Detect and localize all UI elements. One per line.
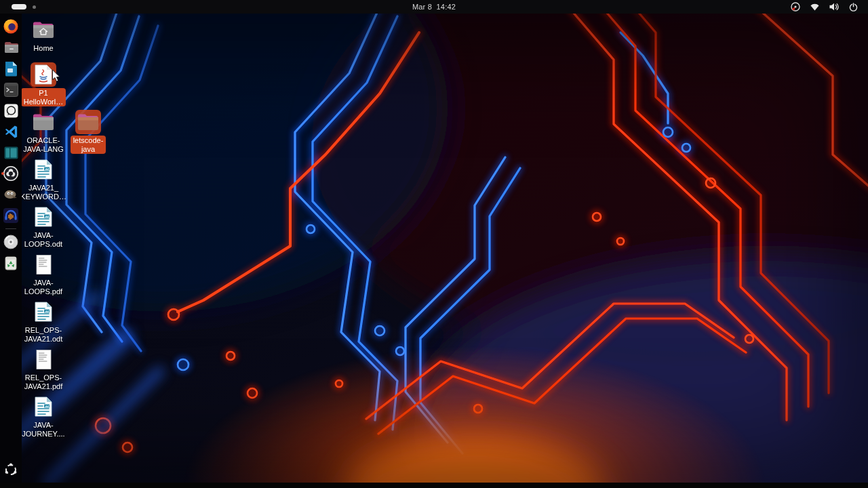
system-tray[interactable] bbox=[790, 0, 859, 14]
optical-disc-icon bbox=[3, 234, 19, 250]
show-applications-icon bbox=[3, 462, 18, 477]
active-workspace-pill bbox=[12, 4, 26, 9]
bottom-letterbox bbox=[0, 483, 868, 488]
teal-panels-app-icon bbox=[3, 145, 19, 161]
dock bbox=[0, 14, 22, 483]
desktop-icon-label: Home bbox=[31, 43, 56, 54]
workspace-dot bbox=[33, 5, 36, 9]
desktop-icon-label: JAVA- LOOPS.pdf bbox=[22, 278, 65, 296]
odt-document-icon bbox=[31, 300, 56, 324]
power-icon[interactable] bbox=[848, 2, 859, 12]
desktop-icon-label: JAVA21_ KEYWORD… bbox=[18, 183, 69, 201]
workspace-indicator[interactable] bbox=[12, 0, 36, 14]
dock-item-file-manager[interactable] bbox=[2, 39, 20, 56]
desktop-icon-java-loops-pdf[interactable]: JAVA- LOOPS.pdf bbox=[20, 252, 66, 296]
desktop-wallpaper bbox=[0, 14, 868, 483]
wifi-icon[interactable] bbox=[810, 2, 820, 12]
dock-item-terminal[interactable] bbox=[2, 81, 20, 98]
desktop-icon-rel-ops-java21-odt[interactable]: REL_OPS- JAVA21.odt bbox=[20, 300, 66, 344]
desktop-icon-rel-ops-java21-pdf[interactable]: REL_OPS- JAVA21.pdf bbox=[20, 347, 66, 391]
running-indicator bbox=[1, 172, 4, 175]
gimp-icon bbox=[3, 187, 19, 202]
audacity-icon bbox=[3, 207, 19, 224]
terminal-icon bbox=[3, 82, 19, 98]
trash-icon bbox=[3, 255, 18, 271]
desktop-icon-label: P1 HelloWorl… bbox=[21, 88, 66, 106]
recorder-indicator-icon[interactable] bbox=[790, 1, 801, 12]
dock-item-optical-disc[interactable] bbox=[2, 233, 20, 251]
desktop-icon-java-journey[interactable]: JAVA- JOURNEY.... bbox=[20, 394, 66, 439]
home-folder-icon bbox=[31, 18, 56, 42]
dock-divider bbox=[5, 228, 16, 229]
desktop-icon-java-loops-odt[interactable]: JAVA- LOOPS.odt bbox=[20, 205, 66, 249]
dock-item-chat-app[interactable] bbox=[2, 102, 20, 119]
desktop-icon-label: REL_OPS- JAVA21.pdf bbox=[22, 373, 65, 391]
odt-document-icon bbox=[31, 157, 56, 182]
firefox-icon bbox=[3, 18, 19, 35]
obs-studio-icon bbox=[3, 165, 19, 182]
clock[interactable]: Mar 8 14:42 bbox=[0, 0, 868, 14]
circuit-wallpaper-art bbox=[0, 14, 868, 483]
desktop-icon-oracle-java-lang[interactable]: ORACLE- JAVA-LANG bbox=[20, 110, 66, 154]
desktop-icon-letscode-java[interactable]: letscode- java bbox=[65, 110, 111, 154]
desktop-icon-home[interactable]: Home bbox=[20, 18, 66, 54]
dock-item-vscode[interactable] bbox=[2, 123, 20, 140]
chat-app-icon bbox=[3, 103, 19, 119]
top-bar: Mar 8 14:42 bbox=[0, 0, 868, 14]
folder-icon bbox=[75, 110, 101, 134]
pdf-document-icon bbox=[31, 252, 56, 277]
dock-item-gimp[interactable] bbox=[2, 186, 20, 203]
libreoffice-icon bbox=[3, 60, 18, 77]
dock-item-obs-studio[interactable] bbox=[2, 165, 20, 182]
dock-item-firefox[interactable] bbox=[2, 18, 20, 35]
desktop-icon-java21-keywords[interactable]: JAVA21_ KEYWORD… bbox=[20, 157, 66, 201]
folder-icon bbox=[31, 110, 56, 134]
desktop-icon-label: letscode- java bbox=[71, 136, 106, 154]
desktop-icon-label: JAVA- LOOPS.odt bbox=[22, 230, 65, 249]
desktop-icon-label: JAVA- JOURNEY.... bbox=[19, 420, 67, 439]
pdf-document-icon bbox=[31, 347, 56, 371]
desktop-icon-label: ORACLE- JAVA-LANG bbox=[20, 136, 66, 154]
file-manager-icon bbox=[3, 39, 19, 56]
odt-document-icon bbox=[31, 394, 56, 419]
vscode-icon bbox=[3, 124, 19, 140]
desktop-icon-p1-helloworld[interactable]: P1 HelloWorl… bbox=[20, 62, 66, 106]
dock-item-trash[interactable] bbox=[2, 254, 20, 272]
dock-item-panels-app[interactable] bbox=[2, 144, 20, 161]
dock-item-audacity[interactable] bbox=[2, 207, 20, 224]
java-file-icon bbox=[31, 62, 56, 87]
show-applications-button[interactable] bbox=[2, 461, 20, 479]
odt-document-icon bbox=[31, 205, 56, 229]
desktop-icon-label: REL_OPS- JAVA21.odt bbox=[22, 325, 65, 344]
dock-item-libreoffice[interactable] bbox=[2, 60, 20, 77]
volume-icon[interactable] bbox=[829, 2, 840, 12]
